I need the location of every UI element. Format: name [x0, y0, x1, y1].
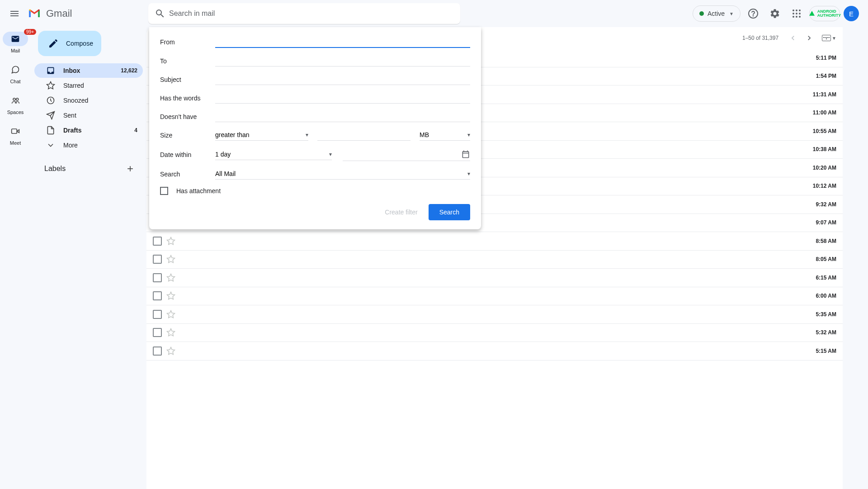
rail-chat[interactable]: Chat: [3, 62, 28, 84]
email-row[interactable]: 6:15 AM: [146, 269, 843, 287]
row-checkbox[interactable]: [153, 328, 162, 337]
status-dot-icon: [699, 11, 704, 16]
has-attachment-checkbox[interactable]: [160, 187, 168, 195]
row-star[interactable]: [166, 328, 175, 337]
row-star[interactable]: [166, 291, 175, 300]
svg-marker-29: [167, 256, 175, 263]
row-checkbox[interactable]: [153, 237, 162, 246]
email-row[interactable]: 8:05 AM: [146, 251, 843, 269]
svg-point-2: [793, 9, 794, 11]
rail-spaces[interactable]: Spaces: [3, 93, 28, 115]
input-method-button[interactable]: ▼: [822, 35, 836, 41]
svg-marker-32: [167, 310, 175, 318]
hamburger-icon: [9, 8, 20, 19]
svg-marker-34: [167, 347, 175, 354]
next-page-button[interactable]: [802, 31, 816, 45]
search-icon: [155, 8, 165, 19]
logo-area: Gmail: [27, 6, 135, 21]
nav-inbox[interactable]: Inbox 12,622: [34, 63, 143, 78]
search-input[interactable]: [169, 9, 458, 18]
page-info: 1–50 of 31,397: [742, 35, 778, 41]
spaces-icon: [11, 96, 20, 105]
rail-mail[interactable]: 99+ Mail: [3, 32, 28, 53]
row-star[interactable]: [166, 273, 175, 282]
email-row[interactable]: 5:32 AM: [146, 324, 843, 342]
email-row[interactable]: 6:00 AM: [146, 287, 843, 306]
rail-meet[interactable]: Meet: [3, 124, 28, 146]
search-button[interactable]: [151, 5, 169, 23]
row-star[interactable]: [166, 255, 175, 264]
row-time: 6:00 AM: [807, 293, 836, 299]
apps-button[interactable]: [788, 5, 806, 23]
search-scope-select[interactable]: All Mail: [215, 168, 470, 180]
nav-more[interactable]: More: [34, 138, 143, 152]
subject-input[interactable]: [215, 74, 470, 85]
size-value-input[interactable]: [317, 129, 410, 141]
rail-spaces-label: Spaces: [7, 109, 24, 115]
status-chip[interactable]: Active ▼: [693, 5, 741, 22]
star-outline-icon: [166, 273, 175, 282]
add-label-button[interactable]: [123, 161, 137, 176]
row-checkbox[interactable]: [153, 347, 162, 356]
brand-badge: ANDROID AUTHORITY: [809, 6, 840, 21]
row-checkbox[interactable]: [153, 310, 162, 319]
create-filter-button: Create filter: [385, 209, 417, 216]
nav-sent-label: Sent: [63, 112, 76, 119]
star-outline-icon: [166, 310, 175, 319]
nav-sent[interactable]: Sent: [34, 108, 143, 123]
svg-point-8: [793, 16, 794, 18]
email-row[interactable]: 5:35 AM: [146, 305, 843, 324]
app-name: Gmail: [46, 8, 72, 19]
has-words-input[interactable]: [215, 92, 470, 104]
row-time: 9:32 AM: [807, 201, 836, 208]
sidebar: Compose Inbox 12,622 Starred Snoozed Sen…: [31, 27, 146, 489]
nav-snoozed[interactable]: Snoozed: [34, 93, 143, 108]
header-right: Active ▼ ANDROID AUTHORITY E: [693, 5, 859, 23]
row-star[interactable]: [166, 347, 175, 356]
svg-marker-14: [47, 82, 55, 89]
nav-snoozed-label: Snoozed: [63, 97, 88, 104]
svg-point-0: [749, 9, 758, 18]
row-time: 6:15 AM: [807, 275, 836, 281]
svg-point-4: [799, 9, 801, 11]
search-submit-button[interactable]: Search: [429, 204, 470, 220]
row-time: 1:54 PM: [807, 73, 836, 79]
row-checkbox[interactable]: [153, 255, 162, 264]
row-time: 10:55 AM: [804, 128, 836, 134]
compose-button[interactable]: Compose: [38, 31, 101, 56]
from-input[interactable]: [215, 36, 470, 48]
row-checkbox[interactable]: [153, 291, 162, 300]
star-outline-icon: [166, 237, 175, 246]
row-star[interactable]: [166, 310, 175, 319]
aa-triangle-icon: [808, 10, 816, 17]
main-menu-button[interactable]: [4, 3, 25, 24]
calendar-icon[interactable]: [461, 150, 470, 159]
support-button[interactable]: [744, 5, 762, 23]
row-checkbox[interactable]: [153, 273, 162, 282]
doesnt-have-input[interactable]: [215, 111, 470, 122]
date-value-input[interactable]: [343, 148, 470, 161]
send-icon: [46, 111, 55, 120]
size-operator-select[interactable]: greater than: [215, 129, 308, 141]
date-range-select[interactable]: 1 day: [215, 149, 332, 160]
email-row[interactable]: 5:15 AM: [146, 342, 843, 361]
nav-drafts[interactable]: Drafts 4: [34, 123, 143, 138]
size-unit-select[interactable]: MB: [420, 129, 470, 141]
nav-more-label: More: [63, 142, 78, 149]
row-star[interactable]: [166, 237, 175, 246]
svg-rect-13: [12, 129, 17, 133]
labels-header-text: Labels: [44, 165, 66, 173]
email-row[interactable]: 8:58 AM: [146, 232, 843, 251]
has-attachment-label: Has attachment: [176, 187, 221, 195]
clock-icon: [46, 96, 55, 105]
svg-point-5: [793, 13, 794, 14]
to-input[interactable]: [215, 55, 470, 66]
settings-button[interactable]: [766, 5, 784, 23]
prev-page-button[interactable]: [786, 31, 800, 45]
account-avatar[interactable]: E: [844, 6, 859, 21]
nav-starred[interactable]: Starred: [34, 78, 143, 93]
row-time: 5:32 AM: [807, 329, 836, 336]
help-icon: [748, 8, 759, 19]
row-time: 5:11 PM: [807, 55, 836, 61]
search-bar[interactable]: [148, 3, 460, 24]
